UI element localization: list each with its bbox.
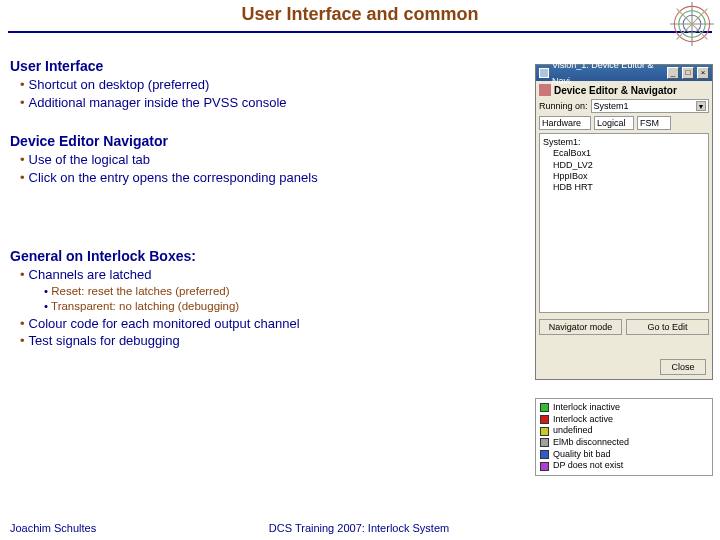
- swatch-undefined: [540, 427, 549, 436]
- tree-node[interactable]: HDD_LV2: [553, 160, 705, 171]
- slide-title: User Interface and common: [0, 0, 720, 25]
- legend-row: Interlock active: [540, 414, 708, 426]
- heading-user-interface: User Interface: [10, 58, 530, 74]
- bullet: •Additional manager inside the PVSS cons…: [20, 94, 530, 112]
- title-rule: [8, 31, 712, 33]
- device-tree[interactable]: System1: EcalBox1 HDD_LV2 HppIBox HDB HR…: [539, 133, 709, 313]
- swatch-dp-not-exist: [540, 462, 549, 471]
- navigator-mode-button[interactable]: Navigator mode: [539, 319, 622, 335]
- heading-den: Device Editor Navigator: [10, 133, 530, 149]
- legend-row: Interlock inactive: [540, 402, 708, 414]
- footer: Joachim Schultes DCS Training 2007: Inte…: [10, 522, 708, 534]
- footer-author: Joachim Schultes: [10, 522, 96, 534]
- sub-bullet: • Transparent: no latching (debugging): [44, 299, 530, 315]
- legend-row: Quality bit bad: [540, 449, 708, 461]
- tree-node[interactable]: HDB HRT: [553, 182, 705, 193]
- window-titlebar[interactable]: Vision_1: Device Editor & Navi... _ □ ×: [536, 65, 712, 81]
- panel-close-button[interactable]: Close: [660, 359, 706, 375]
- bullet: •Use of the logical tab: [20, 151, 530, 169]
- footer-title: DCS Training 2007: Interlock System: [269, 522, 449, 534]
- bullet: •Colour code for each monitored output c…: [20, 315, 530, 333]
- window-icon: [539, 68, 549, 78]
- tree-root[interactable]: System1:: [543, 137, 705, 148]
- close-button[interactable]: ×: [697, 67, 709, 79]
- legend-row: ElMb disconnected: [540, 437, 708, 449]
- section-general-interlock: General on Interlock Boxes: •Channels ar…: [10, 248, 530, 350]
- running-on-label: Running on:: [539, 101, 588, 111]
- heading-gib: General on Interlock Boxes:: [10, 248, 530, 264]
- tree-node[interactable]: EcalBox1: [553, 148, 705, 159]
- panel-header: Device Editor & Navigator: [539, 84, 709, 96]
- tab-hardware[interactable]: Hardware: [539, 116, 591, 130]
- running-on-combo[interactable]: System1 ▼: [591, 99, 709, 113]
- panel-header-icon: [539, 84, 551, 96]
- bullet: •Channels are latched: [20, 266, 530, 284]
- swatch-active: [540, 415, 549, 424]
- bullet: •Test signals for debugging: [20, 332, 530, 350]
- tree-node[interactable]: HppIBox: [553, 171, 705, 182]
- maximize-button[interactable]: □: [682, 67, 694, 79]
- corner-logo: [670, 2, 714, 46]
- minimize-button[interactable]: _: [667, 67, 679, 79]
- goto-edit-button[interactable]: Go to Edit: [626, 319, 709, 335]
- legend-row: DP does not exist: [540, 460, 708, 472]
- swatch-disconnected: [540, 438, 549, 447]
- section-user-interface: User Interface •Shortcut on desktop (pre…: [10, 58, 530, 111]
- tab-logical[interactable]: Logical: [594, 116, 634, 130]
- bullet: •Click on the entry opens the correspond…: [20, 169, 530, 187]
- sub-bullet: • Reset: reset the latches (preferred): [44, 284, 530, 300]
- content-area: User Interface •Shortcut on desktop (pre…: [10, 58, 530, 372]
- tab-fsm[interactable]: FSM: [637, 116, 671, 130]
- section-device-editor-navigator: Device Editor Navigator •Use of the logi…: [10, 133, 530, 186]
- color-legend: Interlock inactive Interlock active unde…: [535, 398, 713, 476]
- swatch-inactive: [540, 403, 549, 412]
- device-editor-window: Vision_1: Device Editor & Navi... _ □ × …: [535, 64, 713, 380]
- swatch-quality-bad: [540, 450, 549, 459]
- chevron-down-icon: ▼: [696, 101, 706, 111]
- bullet: •Shortcut on desktop (preferred): [20, 76, 530, 94]
- legend-row: undefined: [540, 425, 708, 437]
